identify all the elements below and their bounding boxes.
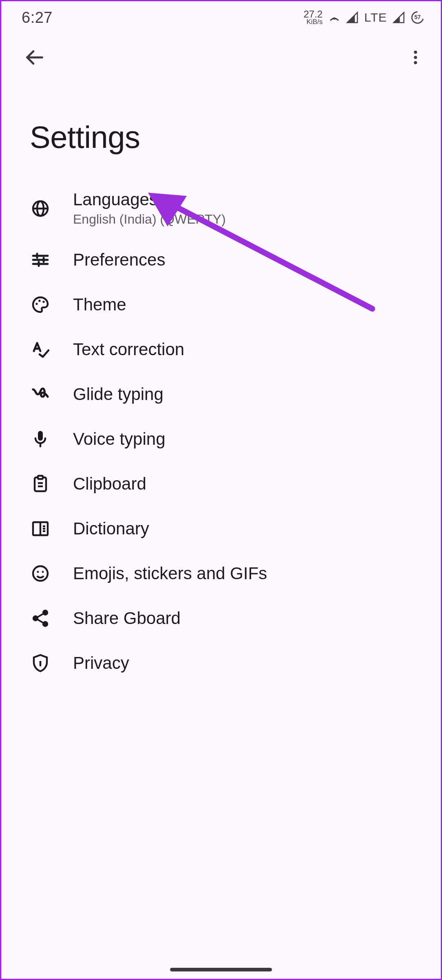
item-subtitle: English (India) (QWERTY) [73, 212, 226, 227]
svg-point-33 [42, 571, 44, 573]
svg-line-38 [38, 620, 44, 623]
settings-list: Languages English (India) (QWERTY) Prefe… [1, 179, 441, 686]
svg-rect-23 [38, 476, 43, 479]
settings-item-privacy[interactable]: Privacy [1, 641, 441, 686]
toolbar [1, 38, 441, 79]
overflow-menu-button[interactable] [407, 48, 424, 68]
item-title: Emojis, stickers and GIFs [73, 564, 267, 583]
battery-icon: 57 [411, 11, 424, 24]
network-type-label: LTE [364, 11, 387, 24]
signal-2-icon [393, 11, 405, 24]
status-icons: 27.2 KiB/s LTE [303, 10, 424, 26]
hotspot-icon [328, 11, 340, 24]
svg-point-18 [42, 301, 44, 303]
svg-point-6 [414, 61, 417, 64]
item-title: Privacy [73, 653, 129, 673]
share-icon [30, 608, 51, 629]
settings-item-languages[interactable]: Languages English (India) (QWERTY) [1, 179, 441, 237]
item-title: Voice typing [73, 429, 166, 449]
svg-point-17 [38, 300, 40, 302]
item-title: Dictionary [73, 519, 149, 538]
item-title: Theme [73, 295, 126, 314]
clipboard-icon [30, 473, 51, 494]
svg-point-32 [37, 571, 39, 573]
settings-item-voice-typing[interactable]: Voice typing [1, 417, 441, 461]
item-title: Share Gboard [73, 609, 181, 628]
palette-icon [30, 294, 51, 315]
spellcheck-icon [30, 339, 51, 360]
settings-item-emojis[interactable]: Emojis, stickers and GIFs [1, 551, 441, 596]
svg-point-4 [414, 51, 417, 54]
item-title: Languages [73, 190, 226, 209]
svg-point-35 [33, 616, 38, 620]
globe-icon [30, 198, 51, 219]
svg-rect-20 [38, 431, 43, 441]
book-icon [30, 518, 51, 539]
svg-point-34 [43, 611, 47, 615]
svg-point-31 [33, 566, 48, 581]
item-title: Glide typing [73, 385, 164, 404]
settings-item-preferences[interactable]: Preferences [1, 237, 441, 282]
svg-point-36 [43, 622, 47, 626]
item-title: Preferences [73, 250, 165, 270]
gesture-bar [170, 968, 272, 971]
microphone-icon [30, 428, 51, 450]
svg-line-37 [38, 614, 44, 617]
svg-point-5 [414, 56, 417, 59]
settings-item-dictionary[interactable]: Dictionary [1, 506, 441, 551]
signal-1-icon [346, 11, 358, 24]
settings-item-glide-typing[interactable]: Glide typing [1, 372, 441, 417]
item-title: Text correction [73, 340, 184, 359]
svg-text:57: 57 [414, 14, 421, 20]
settings-item-clipboard[interactable]: Clipboard [1, 461, 441, 506]
emoji-icon [30, 563, 51, 584]
item-title: Clipboard [73, 474, 146, 494]
svg-point-16 [35, 303, 38, 305]
back-button[interactable] [24, 47, 45, 70]
shield-icon [30, 653, 51, 674]
sliders-icon [30, 249, 51, 270]
settings-item-theme[interactable]: Theme [1, 282, 441, 327]
status-bar: 6:27 27.2 KiB/s LTE [1, 1, 441, 34]
network-speed: 27.2 KiB/s [303, 10, 323, 26]
status-time: 6:27 [22, 9, 53, 26]
gesture-icon [30, 384, 51, 405]
settings-item-text-correction[interactable]: Text correction [1, 327, 441, 372]
settings-item-share-gboard[interactable]: Share Gboard [1, 596, 441, 641]
page-title: Settings [1, 79, 441, 179]
